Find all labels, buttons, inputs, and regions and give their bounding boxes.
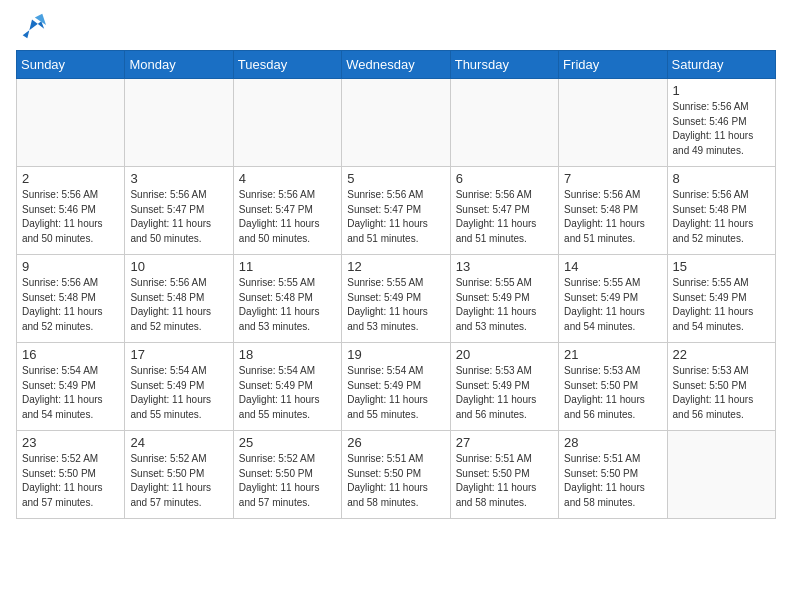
day-number: 24 [130,435,227,450]
day-info: Sunrise: 5:56 AM Sunset: 5:48 PM Dayligh… [130,276,227,334]
day-info: Sunrise: 5:55 AM Sunset: 5:48 PM Dayligh… [239,276,336,334]
day-info: Sunrise: 5:51 AM Sunset: 5:50 PM Dayligh… [456,452,553,510]
calendar-cell: 3Sunrise: 5:56 AM Sunset: 5:47 PM Daylig… [125,167,233,255]
day-number: 3 [130,171,227,186]
day-info: Sunrise: 5:56 AM Sunset: 5:47 PM Dayligh… [456,188,553,246]
day-number: 11 [239,259,336,274]
calendar-cell: 8Sunrise: 5:56 AM Sunset: 5:48 PM Daylig… [667,167,775,255]
day-number: 15 [673,259,770,274]
day-number: 9 [22,259,119,274]
calendar-cell: 25Sunrise: 5:52 AM Sunset: 5:50 PM Dayli… [233,431,341,519]
day-info: Sunrise: 5:54 AM Sunset: 5:49 PM Dayligh… [239,364,336,422]
day-number: 16 [22,347,119,362]
calendar-cell: 27Sunrise: 5:51 AM Sunset: 5:50 PM Dayli… [450,431,558,519]
calendar-cell: 17Sunrise: 5:54 AM Sunset: 5:49 PM Dayli… [125,343,233,431]
calendar-cell: 26Sunrise: 5:51 AM Sunset: 5:50 PM Dayli… [342,431,450,519]
day-info: Sunrise: 5:52 AM Sunset: 5:50 PM Dayligh… [130,452,227,510]
column-header-friday: Friday [559,51,667,79]
day-number: 27 [456,435,553,450]
column-header-tuesday: Tuesday [233,51,341,79]
day-number: 1 [673,83,770,98]
svg-marker-0 [23,19,44,38]
day-info: Sunrise: 5:56 AM Sunset: 5:46 PM Dayligh… [673,100,770,158]
day-number: 8 [673,171,770,186]
day-info: Sunrise: 5:54 AM Sunset: 5:49 PM Dayligh… [347,364,444,422]
calendar-cell: 16Sunrise: 5:54 AM Sunset: 5:49 PM Dayli… [17,343,125,431]
logo [16,16,46,40]
day-info: Sunrise: 5:52 AM Sunset: 5:50 PM Dayligh… [22,452,119,510]
day-number: 18 [239,347,336,362]
day-number: 7 [564,171,661,186]
day-number: 19 [347,347,444,362]
calendar-cell [450,79,558,167]
calendar-cell [233,79,341,167]
calendar-cell: 5Sunrise: 5:56 AM Sunset: 5:47 PM Daylig… [342,167,450,255]
day-number: 14 [564,259,661,274]
day-number: 12 [347,259,444,274]
day-info: Sunrise: 5:56 AM Sunset: 5:48 PM Dayligh… [564,188,661,246]
calendar-header-row: SundayMondayTuesdayWednesdayThursdayFrid… [17,51,776,79]
day-info: Sunrise: 5:56 AM Sunset: 5:48 PM Dayligh… [673,188,770,246]
day-info: Sunrise: 5:56 AM Sunset: 5:47 PM Dayligh… [130,188,227,246]
day-info: Sunrise: 5:52 AM Sunset: 5:50 PM Dayligh… [239,452,336,510]
calendar-cell [667,431,775,519]
day-number: 5 [347,171,444,186]
calendar-cell: 15Sunrise: 5:55 AM Sunset: 5:49 PM Dayli… [667,255,775,343]
column-header-saturday: Saturday [667,51,775,79]
calendar-week-row: 2Sunrise: 5:56 AM Sunset: 5:46 PM Daylig… [17,167,776,255]
calendar-cell: 21Sunrise: 5:53 AM Sunset: 5:50 PM Dayli… [559,343,667,431]
day-info: Sunrise: 5:55 AM Sunset: 5:49 PM Dayligh… [456,276,553,334]
column-header-thursday: Thursday [450,51,558,79]
day-number: 17 [130,347,227,362]
calendar-cell: 12Sunrise: 5:55 AM Sunset: 5:49 PM Dayli… [342,255,450,343]
calendar-cell [559,79,667,167]
day-info: Sunrise: 5:55 AM Sunset: 5:49 PM Dayligh… [673,276,770,334]
calendar-cell: 6Sunrise: 5:56 AM Sunset: 5:47 PM Daylig… [450,167,558,255]
calendar-cell: 13Sunrise: 5:55 AM Sunset: 5:49 PM Dayli… [450,255,558,343]
day-info: Sunrise: 5:55 AM Sunset: 5:49 PM Dayligh… [347,276,444,334]
calendar-cell: 2Sunrise: 5:56 AM Sunset: 5:46 PM Daylig… [17,167,125,255]
calendar-cell: 22Sunrise: 5:53 AM Sunset: 5:50 PM Dayli… [667,343,775,431]
calendar-cell: 4Sunrise: 5:56 AM Sunset: 5:47 PM Daylig… [233,167,341,255]
calendar-week-row: 23Sunrise: 5:52 AM Sunset: 5:50 PM Dayli… [17,431,776,519]
day-number: 23 [22,435,119,450]
calendar-cell [17,79,125,167]
day-number: 4 [239,171,336,186]
day-number: 10 [130,259,227,274]
calendar-cell: 20Sunrise: 5:53 AM Sunset: 5:49 PM Dayli… [450,343,558,431]
calendar-cell: 19Sunrise: 5:54 AM Sunset: 5:49 PM Dayli… [342,343,450,431]
day-info: Sunrise: 5:54 AM Sunset: 5:49 PM Dayligh… [130,364,227,422]
day-number: 21 [564,347,661,362]
calendar-cell: 18Sunrise: 5:54 AM Sunset: 5:49 PM Dayli… [233,343,341,431]
day-number: 2 [22,171,119,186]
logo-icon [18,12,46,40]
day-number: 28 [564,435,661,450]
day-number: 20 [456,347,553,362]
day-info: Sunrise: 5:53 AM Sunset: 5:50 PM Dayligh… [673,364,770,422]
calendar-week-row: 1Sunrise: 5:56 AM Sunset: 5:46 PM Daylig… [17,79,776,167]
column-header-wednesday: Wednesday [342,51,450,79]
calendar-cell: 28Sunrise: 5:51 AM Sunset: 5:50 PM Dayli… [559,431,667,519]
day-info: Sunrise: 5:51 AM Sunset: 5:50 PM Dayligh… [564,452,661,510]
calendar-cell: 7Sunrise: 5:56 AM Sunset: 5:48 PM Daylig… [559,167,667,255]
calendar-cell: 11Sunrise: 5:55 AM Sunset: 5:48 PM Dayli… [233,255,341,343]
calendar-cell: 1Sunrise: 5:56 AM Sunset: 5:46 PM Daylig… [667,79,775,167]
day-info: Sunrise: 5:55 AM Sunset: 5:49 PM Dayligh… [564,276,661,334]
day-info: Sunrise: 5:56 AM Sunset: 5:47 PM Dayligh… [239,188,336,246]
day-number: 6 [456,171,553,186]
calendar-cell [342,79,450,167]
page-header [16,16,776,40]
calendar-week-row: 16Sunrise: 5:54 AM Sunset: 5:49 PM Dayli… [17,343,776,431]
column-header-sunday: Sunday [17,51,125,79]
column-header-monday: Monday [125,51,233,79]
day-info: Sunrise: 5:51 AM Sunset: 5:50 PM Dayligh… [347,452,444,510]
day-number: 13 [456,259,553,274]
day-number: 25 [239,435,336,450]
day-info: Sunrise: 5:53 AM Sunset: 5:49 PM Dayligh… [456,364,553,422]
day-number: 26 [347,435,444,450]
day-info: Sunrise: 5:53 AM Sunset: 5:50 PM Dayligh… [564,364,661,422]
day-info: Sunrise: 5:54 AM Sunset: 5:49 PM Dayligh… [22,364,119,422]
calendar-week-row: 9Sunrise: 5:56 AM Sunset: 5:48 PM Daylig… [17,255,776,343]
day-info: Sunrise: 5:56 AM Sunset: 5:48 PM Dayligh… [22,276,119,334]
day-number: 22 [673,347,770,362]
